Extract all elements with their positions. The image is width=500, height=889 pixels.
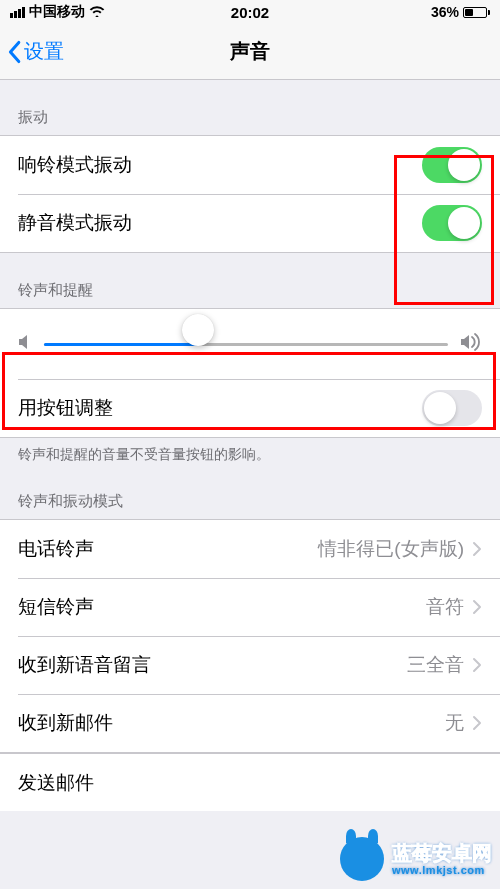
back-button[interactable]: 设置 bbox=[6, 38, 64, 65]
sent-mail-label: 发送邮件 bbox=[18, 770, 94, 796]
vibration-group: 响铃模式振动 静音模式振动 bbox=[0, 135, 500, 253]
mascot-icon bbox=[340, 837, 384, 881]
watermark-url: www.lmkjst.com bbox=[392, 864, 492, 876]
voicemail-row[interactable]: 收到新语音留言 三全音 bbox=[0, 636, 500, 694]
change-with-buttons-switch[interactable] bbox=[422, 390, 482, 426]
text-tone-label: 短信铃声 bbox=[18, 594, 94, 620]
chevron-right-icon bbox=[472, 715, 482, 731]
change-with-buttons-row: 用按钮调整 bbox=[0, 379, 500, 437]
section-header-vibration: 振动 bbox=[0, 80, 500, 135]
volume-footer: 铃声和提醒的音量不受音量按钮的影响。 bbox=[0, 438, 500, 464]
ringtone-label: 电话铃声 bbox=[18, 536, 94, 562]
status-time: 20:02 bbox=[231, 4, 269, 21]
ringer-group: 用按钮调整 bbox=[0, 308, 500, 438]
carrier-label: 中国移动 bbox=[29, 3, 85, 21]
silent-vibrate-label: 静音模式振动 bbox=[18, 210, 132, 236]
ringtone-row[interactable]: 电话铃声 情非得已(女声版) bbox=[0, 520, 500, 578]
back-label: 设置 bbox=[24, 38, 64, 65]
status-bar: 中国移动 20:02 36% bbox=[0, 0, 500, 24]
ring-vibrate-row: 响铃模式振动 bbox=[0, 136, 500, 194]
text-tone-value: 音符 bbox=[426, 594, 464, 620]
voicemail-label: 收到新语音留言 bbox=[18, 652, 151, 678]
nav-bar: 设置 声音 bbox=[0, 24, 500, 80]
wifi-icon bbox=[89, 5, 105, 20]
battery-percent: 36% bbox=[431, 4, 459, 20]
chevron-right-icon bbox=[472, 657, 482, 673]
ringtone-value: 情非得已(女声版) bbox=[318, 536, 464, 562]
text-tone-row[interactable]: 短信铃声 音符 bbox=[0, 578, 500, 636]
sent-mail-row[interactable]: 发送邮件 bbox=[0, 753, 500, 811]
new-mail-row[interactable]: 收到新邮件 无 bbox=[0, 694, 500, 752]
watermark-brand: 蓝莓安卓网 bbox=[392, 842, 492, 864]
voicemail-value: 三全音 bbox=[407, 652, 464, 678]
new-mail-label: 收到新邮件 bbox=[18, 710, 113, 736]
volume-low-icon bbox=[18, 333, 32, 355]
ring-vibrate-switch[interactable] bbox=[422, 147, 482, 183]
patterns-group: 电话铃声 情非得已(女声版) 短信铃声 音符 收到新语音留言 三全音 收到新邮件… bbox=[0, 519, 500, 753]
page-title: 声音 bbox=[230, 38, 270, 65]
ringer-volume-slider[interactable] bbox=[44, 329, 448, 359]
battery-icon bbox=[463, 7, 490, 18]
silent-vibrate-row: 静音模式振动 bbox=[0, 194, 500, 252]
change-with-buttons-label: 用按钮调整 bbox=[18, 395, 113, 421]
ringer-volume-row bbox=[0, 309, 500, 379]
status-left: 中国移动 bbox=[10, 3, 105, 21]
chevron-left-icon bbox=[6, 40, 22, 64]
ring-vibrate-label: 响铃模式振动 bbox=[18, 152, 132, 178]
status-right: 36% bbox=[431, 4, 490, 20]
volume-high-icon bbox=[460, 333, 482, 355]
watermark: 蓝莓安卓网 www.lmkjst.com bbox=[340, 837, 492, 881]
section-header-ringer: 铃声和提醒 bbox=[0, 253, 500, 308]
chevron-right-icon bbox=[472, 541, 482, 557]
section-header-patterns: 铃声和振动模式 bbox=[0, 464, 500, 519]
new-mail-value: 无 bbox=[445, 710, 464, 736]
signal-icon bbox=[10, 7, 25, 18]
chevron-right-icon bbox=[472, 599, 482, 615]
silent-vibrate-switch[interactable] bbox=[422, 205, 482, 241]
